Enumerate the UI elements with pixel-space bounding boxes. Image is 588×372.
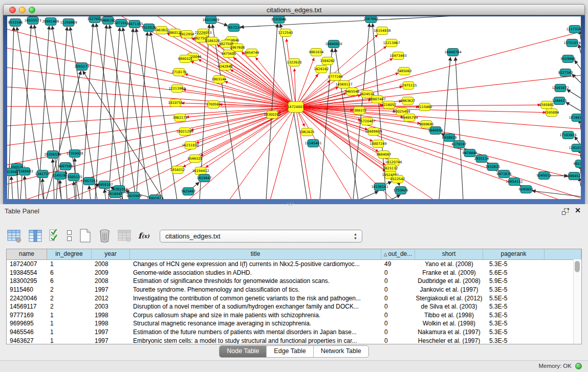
cell-name: 18300295 [7,277,47,285]
column-header-pagerank[interactable]: pagerank [483,249,545,259]
graph-node-label: 1615132 [383,166,398,170]
memory-status-indicator[interactable] [575,363,582,369]
cell-name: 18724007 [7,260,47,268]
citation-edge-black [241,16,581,27]
table-body[interactable]: 1872400712008Changes of HCN gene express… [7,260,581,344]
cell-pagerank: 5.3E-5 [483,260,545,268]
column-header-name[interactable]: name [7,249,47,259]
cell-in_degree: 1 [47,320,92,327]
graph-node-label: 10973493 [389,54,406,58]
column-visibility-icon[interactable] [29,229,42,243]
tab-edge-table[interactable]: Edge Table [266,346,313,357]
table-row[interactable]: 911546021997Tourette syndrome. Phenomeno… [7,286,581,294]
graph-node-label: 10688609 [365,129,382,134]
table-row[interactable]: 946362711997Embryonic stem cells: a mode… [7,336,581,344]
citation-edge-black [95,25,106,199]
graph-node-label: 1834312 [170,168,185,172]
new-table-icon[interactable] [79,229,92,243]
cell-out_degree: 49 [381,260,415,268]
citation-edge-red [199,59,296,107]
cell-pagerank: 5.3E-5 [483,329,545,336]
cell-year: 2008 [92,260,130,268]
network-window-title: citations_edges.txt [4,5,584,16]
graph-node-label: 20891406 [42,19,59,24]
tab-network-table[interactable]: Network Table [313,346,368,357]
network-canvas[interactable]: 1872400795333461403557320891406112568691… [7,16,581,199]
cell-short: Wolkin et al. (1998) [415,320,483,327]
select-all-icon[interactable] [49,229,60,243]
table-vertical-scrollbar[interactable] [573,259,581,344]
cell-title: Corpus callosum shape and size in male p… [130,312,381,319]
cell-out_degree: 0 [381,337,415,344]
table-row[interactable]: 977716911998Corpus callosum shape and si… [7,311,581,320]
table-row[interactable]: 1872400712008Changes of HCN gene express… [7,260,581,269]
graph-node-label: 2718176 [172,70,187,74]
network-canvas-svg[interactable]: 1872400795333461403557320891406112568691… [7,16,581,199]
unselect-all-icon[interactable] [67,230,73,242]
table-row[interactable]: 946554611997Estimation of the future num… [7,328,581,337]
application-window: citations_edges.txt 18724007953334614035… [0,0,588,372]
table-tabs: Node TableEdge TableNetwork Table [219,345,368,358]
node-table[interactable]: namein_degreeyeartitle△out_de...shortpag… [6,249,582,344]
scrollbar-thumb[interactable] [575,261,580,272]
table-row[interactable]: 2242004622012Investigating the contribut… [7,294,581,302]
cell-pagerank: 5.3E-5 [483,312,545,319]
table-header-row[interactable]: namein_degreeyeartitle△out_de...shortpag… [7,249,581,260]
status-bar: Memory: OK [0,360,588,372]
graph-node-label: 16671355 [126,22,143,26]
graph-node-label: 12093872 [552,86,569,90]
cell-pagerank: 5.3E-5 [483,286,545,293]
cell-pagerank: 5.3E-5 [483,337,545,344]
citation-edge-black [579,45,581,53]
citation-edge-black [11,177,13,199]
table-panel-title: Table Panel [5,207,39,215]
graph-node-label: 7463822 [155,28,169,32]
graph-node-label: 9529966 [561,57,576,61]
network-window-titlebar[interactable]: citations_edges.txt [3,4,585,15]
cell-in_degree: 1 [47,312,92,319]
cell-short: Jankovic et al. (1997) [415,286,483,293]
table-selector-value: citations_edges.txt [165,232,221,240]
column-header-year[interactable]: year [92,249,130,259]
graph-node-label: 14136141 [371,185,388,189]
table-tabbar: Node TableEdge TableNetwork Table [0,345,588,358]
table-row[interactable]: 1938455462009Genome-wide association stu… [7,269,581,277]
citation-edge-black [385,182,391,185]
delete-column-icon[interactable] [98,229,111,243]
cell-pagerank: 5.3E-5 [483,320,545,327]
citation-edge-black [104,189,106,199]
function-builder-icon[interactable]: f(x) [138,231,149,240]
graph-node-label: 9227343 [558,71,573,75]
table-panel: Table Panel ✕ [0,204,588,361]
graph-node-label: 11173105 [566,27,581,31]
close-panel-icon[interactable]: ✕ [575,206,581,214]
table-row[interactable]: 969969511998Structural magnetic resonanc… [7,319,581,328]
table-settings-icon[interactable] [7,229,22,243]
graph-node-label: 16120746 [385,160,402,164]
cell-out_degree: 0 [381,269,415,276]
graph-node-label: 9699695 [419,122,434,126]
cell-in_degree: 2 [47,303,92,310]
cell-out_degree: 0 [381,303,415,310]
column-header-out_degree[interactable]: △out_de... [381,249,415,259]
dropdown-arrows-icon: ▲▼ [354,232,357,240]
tab-node-table[interactable]: Node Table [220,346,266,357]
column-header-short[interactable]: short [415,249,483,259]
column-header-title[interactable]: title [130,249,381,259]
citation-edge-black [550,176,568,176]
float-panel-icon[interactable] [562,208,570,214]
cell-out_degree: 0 [381,286,415,293]
citation-edge-red [185,74,296,107]
table-row[interactable]: 1456911722003Disruption of a novel membe… [7,302,581,311]
graph-node-label: 9861034 [309,50,324,54]
column-header-in_degree[interactable]: in_degree [47,249,92,259]
citation-edge-black [136,29,163,199]
citation-edge-red [7,107,296,184]
cell-title: Changes of HCN gene expression and I(f) … [130,260,381,268]
graph-node-label: 7386372 [352,108,367,113]
graph-node-label: 10654112 [506,180,522,184]
graph-node-label: 15145451 [304,141,321,145]
table-row[interactable]: 1830029562008Estimation of significance … [7,277,581,286]
table-selector-dropdown[interactable]: citations_edges.txt ▲▼ [160,230,362,243]
cell-out_degree: 0 [381,320,415,327]
